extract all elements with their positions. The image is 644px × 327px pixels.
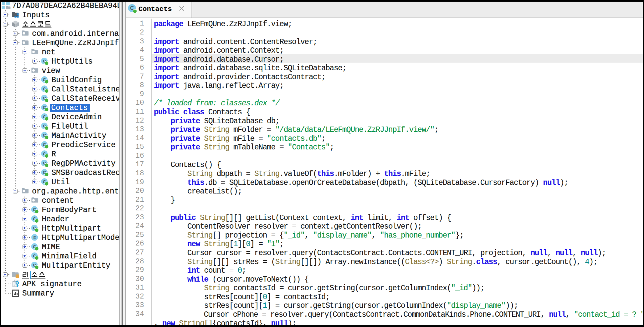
svg-text:E: E <box>33 235 36 239</box>
